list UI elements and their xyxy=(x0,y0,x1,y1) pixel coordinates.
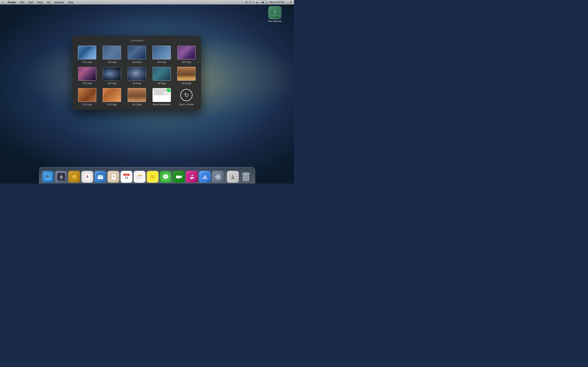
svg-rect-79 xyxy=(220,176,221,177)
notification-center-icon[interactable]: ☰ xyxy=(290,1,292,4)
search-icon[interactable]: 🔍 xyxy=(285,1,288,4)
svg-rect-67 xyxy=(192,175,194,175)
thumbnail-9 xyxy=(153,67,171,81)
file-label-10: 10-10.jpg xyxy=(182,82,191,84)
dock-item-trash[interactable] xyxy=(240,171,252,183)
svg-rect-88 xyxy=(245,172,247,173)
svg-point-13 xyxy=(50,176,50,176)
file-label-finder: Open in Finder xyxy=(179,103,194,106)
svg-rect-35 xyxy=(111,177,112,178)
file-item-1[interactable]: 10-1.png xyxy=(76,45,99,64)
menu-right: ⊟ ⏱ ✦ ▲ ▪ ◀) 🔊 Mon 4:43 PM 🔍 ☰ xyxy=(245,1,294,4)
svg-rect-60 xyxy=(176,175,180,178)
dock-item-facetime[interactable] xyxy=(173,171,185,183)
popup-title: Downloads xyxy=(76,39,198,42)
svg-rect-77 xyxy=(218,178,218,179)
file-label-8: 10-8.jpg xyxy=(133,82,141,84)
menu-file[interactable]: File xyxy=(18,1,26,4)
file-item-13[interactable]: 10-13.jpg xyxy=(125,87,148,106)
dock-icon-appstore: A xyxy=(199,171,211,183)
dock-item-launchpad[interactable] xyxy=(55,171,67,183)
file-item-about[interactable]: ↑ About Downloads xyxy=(150,87,173,106)
file-item-3[interactable]: 10-3.png xyxy=(125,45,148,64)
file-item-finder[interactable]: ↻ Open in Finder xyxy=(175,87,198,106)
doc-line xyxy=(154,94,163,94)
dock-item-appstore[interactable]: A xyxy=(199,171,211,183)
thumbnail-1 xyxy=(78,46,96,59)
dock-item-finder[interactable] xyxy=(42,171,54,183)
volume-icon[interactable]: ◀) xyxy=(261,1,264,4)
svg-point-12 xyxy=(47,176,47,176)
file-item-10[interactable]: 10-10.jpg xyxy=(175,66,198,85)
file-item-2[interactable]: 10-2.png xyxy=(101,45,123,64)
svg-rect-34 xyxy=(111,175,112,176)
file-item-9[interactable]: 10-9.jpg xyxy=(150,66,173,85)
time-machine-desktop-icon[interactable]: Time Machine xyxy=(268,6,282,22)
time-machine-label: Time Machine xyxy=(268,20,282,22)
dock-item-safari[interactable] xyxy=(81,171,93,183)
file-label-6: 10-6.png xyxy=(83,82,91,84)
file-item-12[interactable]: 10-12.jpg xyxy=(101,87,123,106)
svg-point-57 xyxy=(165,176,166,177)
menu-finder[interactable]: Finder xyxy=(6,1,18,4)
thumbnail-13 xyxy=(128,88,146,102)
thumbnail-5 xyxy=(177,46,196,59)
dock-icon-finder xyxy=(42,171,54,183)
thumbnail-11 xyxy=(78,88,96,102)
svg-text:A: A xyxy=(204,175,206,179)
thumbnail-2 xyxy=(103,46,121,59)
time-machine-menu-icon[interactable]: ⏱ xyxy=(249,1,251,4)
file-label-1: 10-1.png xyxy=(83,61,91,63)
file-item-4[interactable]: 10-4.png xyxy=(150,45,173,64)
menu-help[interactable]: Help xyxy=(66,1,75,4)
svg-rect-78 xyxy=(215,176,216,177)
menubar:  Finder File Edit View Go Window Help ⊟… xyxy=(0,0,294,4)
dock-item-calendar[interactable]: JUN 11 xyxy=(121,171,132,183)
bluetooth-icon[interactable]: ✦ xyxy=(252,1,254,4)
dock-item-addressbook[interactable] xyxy=(108,171,120,183)
doc-line xyxy=(154,93,170,93)
dock-item-messages[interactable] xyxy=(160,171,172,183)
dock-icon-sysprefs xyxy=(212,171,224,183)
dock-item-sysprefs[interactable] xyxy=(212,171,224,183)
thumbnail-12 xyxy=(103,88,121,102)
dock-item-downloads[interactable] xyxy=(227,171,239,183)
file-item-7[interactable]: 10-7.png xyxy=(101,66,123,85)
file-item-11[interactable]: 10-11.jpg xyxy=(76,87,99,106)
dock-item-iphoto[interactable] xyxy=(68,171,80,183)
thumbnail-10 xyxy=(177,67,196,81)
dock-item-mail[interactable] xyxy=(95,171,106,183)
battery-icon[interactable]: ▪ xyxy=(259,1,260,4)
thumbnail-3 xyxy=(128,46,146,59)
file-item-8[interactable]: 10-8.jpg xyxy=(125,66,148,85)
menu-view[interactable]: View xyxy=(35,1,45,4)
username[interactable]: Mon 4:43 PM xyxy=(270,1,284,4)
menu-go[interactable]: Go xyxy=(45,1,52,4)
doc-line xyxy=(154,95,170,95)
doc-line xyxy=(154,92,163,92)
file-label-4: 10-4.png xyxy=(157,61,166,63)
dock-icon-reminders xyxy=(134,171,146,183)
dock-icon-safari xyxy=(81,171,93,183)
file-item-6[interactable]: 10-6.png xyxy=(76,66,99,85)
svg-point-9 xyxy=(48,175,51,178)
dock-item-reminders[interactable] xyxy=(134,171,146,183)
arrow-symbol: ↻ xyxy=(184,92,189,99)
menu-window[interactable]: Window xyxy=(53,1,66,4)
apple-menu[interactable]:  xyxy=(0,1,6,4)
dock-item-itunes[interactable] xyxy=(186,171,198,183)
thumbnail-6 xyxy=(78,67,96,81)
popup-arrow xyxy=(134,110,139,113)
file-item-5[interactable]: 10-5.png xyxy=(175,45,198,64)
svg-rect-49 xyxy=(150,175,155,179)
airplay-icon[interactable]: ⊟ xyxy=(245,1,247,4)
menu-edit[interactable]: Edit xyxy=(26,1,35,4)
file-label-12: 10-12.jpg xyxy=(107,103,117,106)
svg-point-56 xyxy=(164,176,165,177)
about-downloads-icon: ↑ xyxy=(153,88,171,102)
dock-item-notes[interactable] xyxy=(147,171,159,183)
dock-icon-downloads xyxy=(227,171,239,183)
dock: JUN 11 xyxy=(39,167,255,184)
wifi-icon[interactable]: ▲ xyxy=(256,1,258,4)
file-label-3: 10-3.png xyxy=(132,61,141,63)
